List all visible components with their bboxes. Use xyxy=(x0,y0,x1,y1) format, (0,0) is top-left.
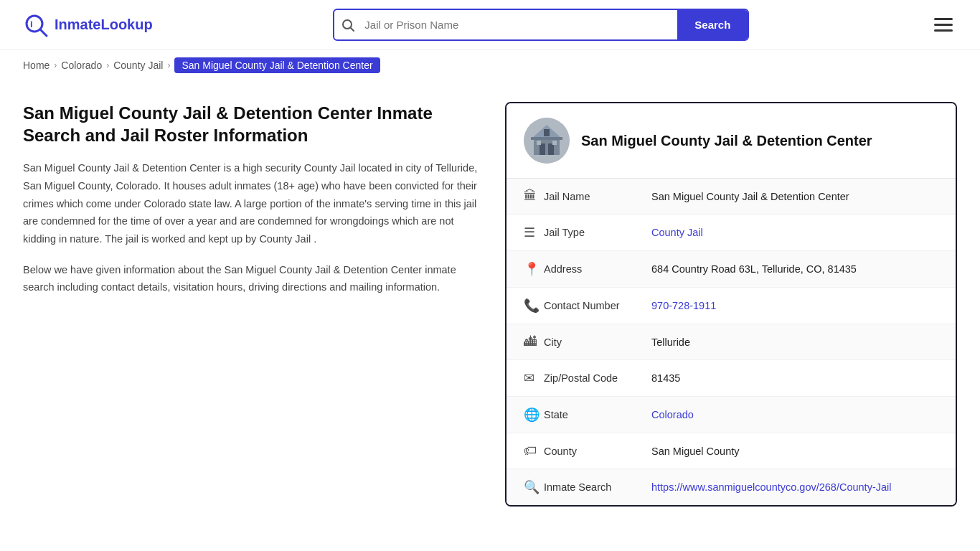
info-row: 🌐StateColorado xyxy=(507,397,956,433)
jail-thumbnail xyxy=(524,118,570,164)
card-rows: 🏛Jail NameSan Miguel County Jail & Deten… xyxy=(507,179,956,505)
info-row: 📞Contact Number970-728-1911 xyxy=(507,288,956,324)
main-content: San Miguel County Jail & Detention Cente… xyxy=(0,80,980,550)
row-value[interactable]: https://www.sanmiguelcountyco.gov/268/Co… xyxy=(651,481,938,493)
page-description-2: Below we have given information about th… xyxy=(23,261,482,296)
svg-rect-7 xyxy=(540,143,545,155)
search-icon xyxy=(334,19,362,32)
search-input[interactable] xyxy=(362,11,677,38)
row-icon: ✉ xyxy=(524,370,544,386)
row-value[interactable]: 970-728-1911 xyxy=(651,300,938,311)
row-value[interactable]: Colorado xyxy=(651,409,938,420)
row-label: Inmate Search xyxy=(544,481,651,493)
info-row: 🔍Inmate Searchhttps://www.sanmiguelcount… xyxy=(507,469,956,505)
row-label: City xyxy=(544,336,651,348)
logo-text: InmateLookup xyxy=(55,17,153,33)
info-row: 🏷CountySan Miguel County xyxy=(507,433,956,469)
row-link[interactable]: 970-728-1911 xyxy=(651,300,716,311)
svg-text:i: i xyxy=(30,19,33,29)
page-description-1: San Miguel County Jail & Detention Cente… xyxy=(23,159,482,248)
info-row: ✉Zip/Postal Code81435 xyxy=(507,360,956,397)
svg-rect-11 xyxy=(531,137,562,140)
card-title: San Miguel County Jail & Detention Cente… xyxy=(581,133,872,149)
row-label: Jail Type xyxy=(544,227,651,238)
svg-line-4 xyxy=(351,28,354,31)
breadcrumb-home[interactable]: Home xyxy=(23,60,50,71)
breadcrumb: Home › Colorado › County Jail › San Migu… xyxy=(0,50,980,80)
row-value: Telluride xyxy=(651,336,938,348)
right-column: San Miguel County Jail & Detention Cente… xyxy=(505,102,957,507)
row-label: Zip/Postal Code xyxy=(544,372,651,384)
row-icon: ☰ xyxy=(524,225,544,240)
row-label: Jail Name xyxy=(544,191,651,202)
svg-rect-8 xyxy=(548,143,554,155)
row-link[interactable]: County Jail xyxy=(651,227,703,238)
info-card: San Miguel County Jail & Detention Cente… xyxy=(505,102,957,507)
page-title: San Miguel County Jail & Detention Cente… xyxy=(23,102,482,146)
row-icon: 📞 xyxy=(524,298,544,314)
search-button[interactable]: Search xyxy=(677,10,748,39)
info-row: 📍Address684 Country Road 63L, Telluride,… xyxy=(507,251,956,288)
row-value[interactable]: County Jail xyxy=(651,227,938,238)
hamburger-menu[interactable] xyxy=(930,14,957,36)
row-icon: 🔍 xyxy=(524,479,544,495)
row-label: Contact Number xyxy=(544,300,651,311)
row-label: Address xyxy=(544,263,651,275)
svg-rect-10 xyxy=(544,129,550,136)
info-row: ☰Jail TypeCounty Jail xyxy=(507,215,956,251)
row-value: 684 Country Road 63L, Telluride, CO, 814… xyxy=(651,263,938,275)
svg-point-3 xyxy=(343,20,352,29)
header: i InmateLookup Search xyxy=(0,0,980,50)
row-icon: 🏙 xyxy=(524,334,544,349)
card-header: San Miguel County Jail & Detention Cente… xyxy=(507,103,956,179)
row-icon: 📍 xyxy=(524,261,544,277)
row-icon: 🌐 xyxy=(524,407,544,423)
row-value: San Miguel County Jail & Detention Cente… xyxy=(651,191,938,202)
breadcrumb-state[interactable]: Colorado xyxy=(61,60,102,71)
breadcrumb-type[interactable]: County Jail xyxy=(113,60,163,71)
row-value: San Miguel County xyxy=(651,446,938,457)
svg-rect-12 xyxy=(537,141,541,145)
row-label: County xyxy=(544,446,651,457)
row-icon: 🏷 xyxy=(524,443,544,458)
svg-rect-13 xyxy=(552,141,557,145)
info-row: 🏙CityTelluride xyxy=(507,324,956,360)
left-column: San Miguel County Jail & Detention Cente… xyxy=(23,102,482,507)
row-link[interactable]: Colorado xyxy=(651,409,694,420)
breadcrumb-current: San Miguel County Jail & Detention Cente… xyxy=(174,57,380,73)
row-icon: 🏛 xyxy=(524,189,544,204)
logo[interactable]: i InmateLookup xyxy=(23,12,153,38)
info-row: 🏛Jail NameSan Miguel County Jail & Deten… xyxy=(507,179,956,215)
logo-icon: i xyxy=(23,12,49,38)
row-label: State xyxy=(544,409,651,420)
search-bar: Search xyxy=(333,9,749,41)
row-link[interactable]: https://www.sanmiguelcountyco.gov/268/Co… xyxy=(651,481,891,493)
svg-line-1 xyxy=(40,29,47,36)
svg-rect-6 xyxy=(534,138,560,155)
row-value: 81435 xyxy=(651,372,938,384)
